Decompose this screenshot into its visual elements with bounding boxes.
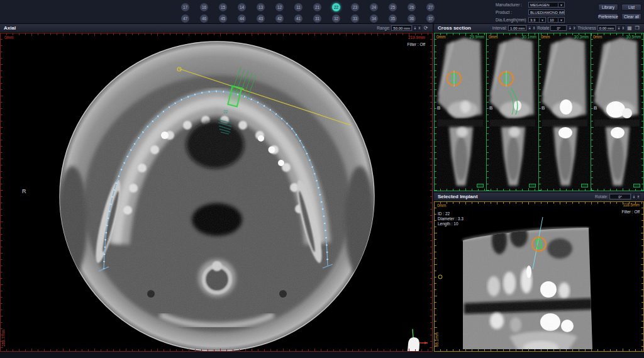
axial-filter-label: Filter : Off [408, 42, 425, 47]
slice-position: 30.1mm [511, 35, 536, 39]
spin-down-icon: ▼ [572, 25, 576, 31]
thickness-spinner[interactable]: ▲▼ [617, 25, 625, 31]
implant-height-label: 88.1mm [435, 332, 439, 347]
length-select[interactable]: 10 ▼ [548, 17, 565, 23]
implant-filter-label: Filter : Off [622, 210, 640, 214]
tooth-button-45[interactable]: 45 [219, 14, 227, 23]
slice-tag-icon [581, 184, 588, 187]
spin-up-icon: ▲ [617, 25, 621, 31]
tooth-button-33[interactable]: 33 [351, 14, 359, 23]
spin-up-icon: ▲ [413, 25, 417, 31]
thickness-value-box[interactable]: 0.00 mm [597, 25, 616, 31]
tooth-button-46[interactable]: 46 [200, 14, 208, 23]
tooth-button-26[interactable]: 26 [408, 3, 416, 11]
slice-origin: 0mm [489, 35, 497, 39]
tooth-button-14[interactable]: 14 [238, 3, 246, 11]
slice-position: 30.3mm [564, 35, 589, 39]
slice-origin: 0mm [436, 35, 445, 39]
cross-section-slices-image [434, 33, 644, 191]
cross-section-view[interactable]: 0mm 0mm 0mm 0mm 29.9mm 30.1mm 30.3mm 30.… [434, 33, 644, 191]
orientation-tooth-icon [408, 329, 428, 352]
rotate-value: 0° [557, 26, 561, 30]
range-value-box[interactable]: 50.00 mm [391, 25, 412, 31]
grid-layout-icon[interactable]: ▦ [626, 25, 633, 31]
product-value: BLUEDIAMOND IMPLA [530, 11, 565, 14]
tooth-button-12[interactable]: 12 [275, 3, 284, 11]
list-button[interactable]: List [621, 4, 641, 11]
interval-label: Interval: [492, 26, 507, 30]
selected-implant-view[interactable]: 0mm 118.5mm Filter : Off ID : 22 Diamete… [434, 201, 644, 352]
tooth-button-41[interactable]: 41 [294, 14, 303, 23]
tooth-button-32[interactable]: 32 [332, 14, 340, 23]
tooth-button-31[interactable]: 31 [313, 14, 321, 23]
spin-down-icon: ▼ [621, 25, 625, 31]
implant-id-tag[interactable]: 22 [223, 109, 228, 114]
tooth-button-43[interactable]: 43 [257, 14, 265, 23]
manufacturer-label: Manufacturer : [496, 3, 528, 7]
product-select[interactable]: BLUEDIAMOND IMPLA ▼ [528, 9, 565, 15]
expand-panel-icon[interactable]: ❒ [634, 25, 640, 31]
axial-ct-image [0, 33, 433, 352]
implant-diameter-info: Diameter : 3.3 [438, 216, 464, 221]
range-value: 50.00 mm [393, 26, 410, 30]
manufacturer-select[interactable]: MEGAGEN ▼ [528, 2, 565, 8]
buccal-marker: B [437, 106, 440, 110]
range-label: Range: [377, 26, 390, 30]
rotate-value-box[interactable]: 0° [609, 194, 631, 199]
slice-tag-icon [477, 184, 484, 187]
spin-down-icon: ▼ [532, 25, 536, 31]
tooth-button-42[interactable]: 42 [275, 14, 284, 23]
tooth-button-21[interactable]: 21 [313, 3, 321, 11]
spin-down-icon: ▼ [636, 194, 640, 199]
slice-tag-icon [529, 184, 536, 187]
chevron-down-icon: ▼ [558, 3, 563, 7]
orientation-marker-r: R [22, 189, 26, 194]
implant-origin-label: 0mm [437, 203, 446, 208]
selected-implant-image [434, 201, 644, 352]
interval-value-box[interactable]: 1.00 mm [508, 25, 526, 31]
rotate-value-box[interactable]: 0° [550, 25, 567, 31]
tooth-button-27[interactable]: 27 [426, 3, 435, 11]
slice-position: 30.5mm [616, 35, 641, 39]
buccal-marker: B [541, 106, 545, 110]
range-spinner[interactable]: ▲▼ [413, 25, 421, 31]
rotate-spinner[interactable]: ▲▼ [632, 194, 640, 199]
reset-range-icon[interactable]: ⟳ [423, 25, 429, 31]
interval-spinner[interactable]: ▲▼ [528, 25, 536, 31]
rotate-spinner[interactable]: ▲▼ [568, 25, 576, 31]
library-button[interactable]: Library [598, 4, 618, 11]
tooth-button-36[interactable]: 36 [408, 14, 416, 23]
clear-all-button[interactable]: Clear all [621, 13, 641, 20]
tooth-button-15[interactable]: 15 [219, 3, 227, 11]
tooth-chart: 1716151413121121222324252627474645444342… [181, 3, 435, 26]
slice-tag-icon [633, 184, 640, 187]
implant-width-label: 118.5mm [623, 203, 640, 207]
axial-height-label: 169.7mm [1, 330, 6, 347]
tooth-button-25[interactable]: 25 [389, 3, 397, 11]
rotation-handle-icon[interactable] [438, 275, 442, 279]
preference-button[interactable]: Preference [598, 13, 618, 20]
tooth-button-24[interactable]: 24 [370, 3, 378, 11]
tooth-button-13[interactable]: 13 [257, 3, 265, 11]
tooth-button-17[interactable]: 17 [181, 3, 189, 11]
buccal-marker: B [594, 106, 597, 110]
diameter-select[interactable]: 3.3 ▼ [528, 17, 546, 23]
thickness-label: Thickness [577, 26, 596, 30]
axial-view[interactable]: 0mm 219.9mm Filter : Off R 169.7mm 22 [0, 33, 433, 352]
slice-origin: 0mm [541, 35, 550, 39]
tooth-button-23[interactable]: 23 [351, 3, 359, 11]
dia-length-label: Dia./Length(mm) [496, 18, 528, 22]
tooth-button-22[interactable]: 22 [332, 3, 340, 11]
spin-up-icon: ▲ [632, 194, 636, 199]
rotate-label: Rotate: [595, 194, 608, 199]
tooth-button-35[interactable]: 35 [389, 14, 397, 23]
axial-panel: Axial Range: 50.00 mm ▲▼ ⟳ [0, 24, 433, 352]
tooth-button-16[interactable]: 16 [200, 3, 208, 11]
tooth-button-34[interactable]: 34 [370, 14, 378, 23]
tooth-button-37[interactable]: 37 [426, 14, 435, 23]
interval-value: 1.00 mm [510, 26, 525, 30]
tooth-button-44[interactable]: 44 [238, 14, 246, 23]
cross-section-panel: Cross section Interval: 1.00 mm ▲▼ Rotat… [434, 24, 644, 191]
tooth-button-47[interactable]: 47 [181, 14, 189, 23]
tooth-button-11[interactable]: 11 [294, 3, 303, 11]
